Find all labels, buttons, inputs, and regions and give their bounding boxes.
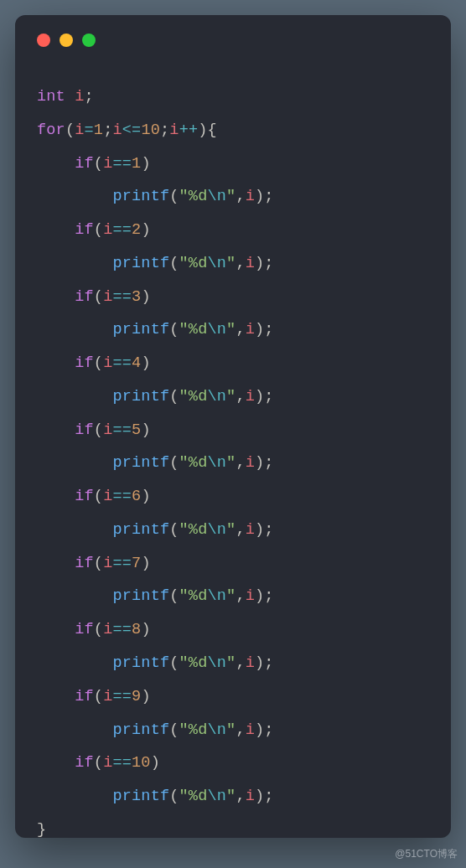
code-window: int i; for(i=1;i<=10;i++){ if(i==1) prin…: [15, 15, 451, 838]
identifier: i: [103, 421, 112, 439]
if-keyword: if: [75, 221, 94, 239]
string-literal: "%d: [179, 188, 208, 205]
identifier: i: [75, 121, 84, 139]
punct: ,: [236, 321, 245, 338]
identifier: i: [112, 121, 122, 139]
punct: ,: [236, 587, 245, 605]
operator: <=: [122, 121, 142, 139]
punct: (: [169, 388, 179, 406]
string-literal: ": [226, 788, 236, 805]
for-keyword: for: [37, 121, 65, 139]
string-literal: "%d: [179, 321, 208, 338]
string-literal: ": [226, 454, 236, 472]
punct: }: [37, 821, 46, 839]
punct: ): [151, 754, 160, 772]
function-call: printf: [112, 587, 169, 605]
string-literal: ": [226, 388, 236, 406]
punct: (: [94, 288, 103, 306]
string-literal: ": [226, 255, 236, 272]
punct: ): [141, 688, 150, 705]
string-literal: ": [226, 521, 236, 539]
punct: ): [141, 555, 150, 572]
punct: );: [255, 788, 274, 805]
punct: (: [94, 555, 103, 572]
identifier: i: [103, 754, 112, 772]
if-keyword: if: [75, 688, 94, 705]
minimize-icon[interactable]: [60, 34, 73, 47]
operator: ==: [112, 155, 132, 173]
punct: (: [94, 221, 103, 239]
punct: ,: [236, 654, 245, 672]
punct: ,: [236, 188, 245, 205]
punct: (: [169, 454, 179, 472]
close-icon[interactable]: [37, 34, 50, 47]
punct: );: [255, 321, 274, 338]
string-literal: "%d: [179, 721, 208, 739]
function-call: printf: [112, 721, 169, 739]
identifier: i: [246, 788, 255, 805]
punct: );: [255, 587, 274, 605]
punct: ): [141, 621, 150, 638]
punct: );: [255, 255, 274, 272]
operator: ==: [112, 488, 132, 505]
string-literal: "%d: [179, 587, 208, 605]
operator: ==: [112, 354, 132, 372]
number: 10: [132, 754, 151, 772]
escape-seq: \n: [207, 654, 226, 672]
punct: ,: [236, 721, 245, 739]
identifier: i: [103, 555, 112, 572]
escape-seq: \n: [207, 721, 226, 739]
if-keyword: if: [75, 555, 94, 572]
punct: (: [169, 321, 179, 338]
number: 6: [132, 488, 141, 505]
number: 7: [132, 555, 141, 572]
type-keyword: int: [37, 88, 65, 106]
escape-seq: \n: [207, 788, 226, 805]
string-literal: ": [226, 721, 236, 739]
function-call: printf: [112, 654, 169, 672]
number: 8: [132, 621, 141, 638]
operator: ==: [112, 555, 132, 572]
punct: ,: [236, 388, 245, 406]
if-keyword: if: [75, 155, 94, 173]
number: 4: [132, 354, 141, 372]
if-keyword: if: [75, 754, 94, 772]
punct: (: [94, 488, 103, 505]
function-call: printf: [112, 454, 169, 472]
identifier: i: [246, 654, 255, 672]
punct: ): [141, 288, 150, 306]
number: 1: [132, 155, 141, 173]
operator: ==: [112, 621, 132, 638]
punct: );: [255, 454, 274, 472]
number: 10: [141, 121, 160, 139]
number: 3: [132, 288, 141, 306]
punct: (: [169, 188, 179, 205]
punct: ): [141, 221, 150, 239]
punct: (: [94, 354, 103, 372]
operator: ==: [112, 754, 132, 772]
identifier: i: [246, 255, 255, 272]
punct: (: [169, 721, 179, 739]
punct: );: [255, 654, 274, 672]
function-call: printf: [112, 188, 169, 205]
string-literal: ": [226, 188, 236, 205]
punct: ): [141, 354, 150, 372]
escape-seq: \n: [207, 188, 226, 205]
operator: ==: [112, 288, 132, 306]
identifier: i: [103, 221, 112, 239]
punct: ,: [236, 454, 245, 472]
punct: (: [94, 621, 103, 638]
escape-seq: \n: [207, 388, 226, 406]
if-keyword: if: [75, 488, 94, 505]
escape-seq: \n: [207, 255, 226, 272]
identifier: i: [103, 488, 112, 505]
operator: ==: [112, 688, 132, 705]
number: 2: [132, 221, 141, 239]
operator: =: [85, 121, 94, 139]
punct: ): [141, 421, 150, 439]
maximize-icon[interactable]: [82, 34, 96, 47]
punct: ,: [236, 521, 245, 539]
punct: ;: [103, 121, 112, 139]
number: 1: [94, 121, 103, 139]
escape-seq: \n: [207, 454, 226, 472]
